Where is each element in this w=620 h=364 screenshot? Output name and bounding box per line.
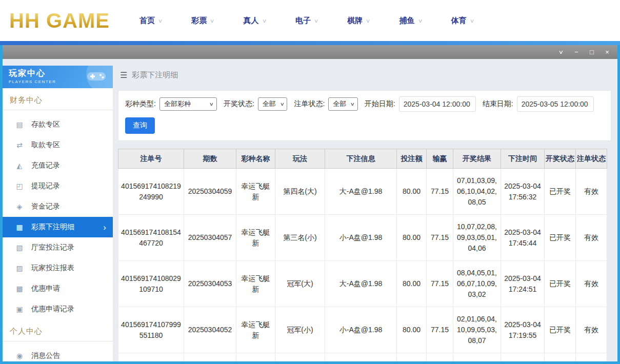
table-cell: 80.00 [397, 261, 427, 307]
start-date-input[interactable] [399, 96, 476, 112]
table-cell: 幸运飞艇新 [236, 353, 275, 362]
column-header[interactable]: 注单状态 [576, 149, 607, 169]
table-cell: 77.15 [427, 307, 453, 353]
funds-record-icon: ◈ [15, 203, 24, 211]
recharge-record-icon: ◭ [15, 161, 24, 170]
table-cell: 幸运飞艇新 [236, 169, 275, 215]
column-header[interactable]: 注单号 [118, 149, 184, 169]
table-cell: 80.00 [397, 169, 427, 215]
table-row[interactable]: 40156917410802910971020250304053幸运飞艇新冠军(… [118, 261, 607, 307]
table-cell: 已开奖 [545, 307, 576, 353]
table-cell: 2025-03-04 17:15:13 [501, 353, 545, 362]
column-header[interactable]: 开奖状态 [545, 149, 576, 169]
column-header[interactable]: 彩种名称 [236, 149, 275, 169]
table-cell: 有效 [576, 307, 607, 353]
top-header: HH GAME 首页∨彩票∨真人∨电子∨棋牌∨捕鱼∨体育∨ [0, 0, 620, 41]
sidebar-item-hall-bet-record[interactable]: ▧厅室投注记录 [3, 237, 113, 258]
sidebar-item-label: 存款专区 [31, 120, 60, 129]
table-cell: 有效 [576, 169, 607, 215]
menu-icon[interactable]: ☰ [120, 70, 127, 80]
column-header[interactable]: 下注信息 [325, 149, 397, 169]
chevron-down-icon: ∨ [209, 102, 214, 107]
column-header[interactable]: 输赢 [427, 149, 453, 169]
table-cell: 冠军(小) [275, 307, 325, 353]
chevron-down-icon: ∨ [417, 18, 423, 24]
table-cell: 已开奖 [545, 215, 576, 261]
lottery-type-value: 全部彩种 [164, 99, 191, 109]
table-cell: 第三名(小) [275, 215, 325, 261]
table-cell: 有效 [576, 215, 607, 261]
table-cell: 20250304059 [184, 169, 236, 215]
logo[interactable]: HH GAME [9, 9, 110, 32]
sidebar-item-lottery-bet-detail[interactable]: ▦彩票下注明细› [3, 217, 113, 237]
chevron-down-icon: ∨ [350, 102, 355, 107]
table-cell: 冠军(大) [275, 261, 325, 307]
column-header[interactable]: 下注时间 [501, 149, 545, 169]
table-cell: 10,07,02,08,09,03,05,01,04,06 [453, 215, 501, 261]
table-cell: 2025-03-04 17:19:55 [501, 307, 545, 353]
nav-item-home[interactable]: 首页∨ [139, 16, 162, 26]
app-window: ∨ − □ × 玩家中心 PLAYERS CENTER 财 [0, 45, 620, 364]
draw-status-select[interactable]: 全部 ∨ [258, 97, 288, 111]
player-bet-report-icon: ▨ [15, 264, 24, 272]
table-cell: 401569174108029109710 [118, 261, 184, 307]
table-cell: 幸运飞艇新 [236, 261, 275, 307]
table-cell: 2025-03-04 17:24:51 [501, 261, 545, 307]
sidebar-item-promo-apply[interactable]: ▩优惠申请 [3, 278, 113, 299]
close-icon[interactable]: × [601, 45, 613, 59]
chevron-down-icon: ∨ [262, 18, 267, 24]
chevron-down-icon: ∨ [314, 18, 319, 24]
table-cell: 小-A盘@1.98 [325, 307, 397, 353]
sidebar-item-announcements[interactable]: ◉消息公告 [3, 346, 113, 361]
sidebar-item-promo-apply-record[interactable]: ▣优惠申请记录 [3, 299, 113, 319]
query-button[interactable]: 查询 [125, 117, 155, 134]
order-status-value: 全部 [333, 99, 346, 109]
nav-item-slots[interactable]: 电子∨ [295, 16, 318, 26]
sidebar-item-withdrawal-record[interactable]: ◰提现记录 [3, 176, 113, 196]
minimize-icon[interactable]: − [570, 45, 583, 59]
sidebar-item-funds-record[interactable]: ◈资金记录 [3, 196, 113, 217]
table-cell: 77.15 [427, 169, 453, 215]
nav-item-live[interactable]: 真人∨ [244, 16, 266, 26]
sidebar-item-recharge-record[interactable]: ◭充值记录 [3, 155, 113, 176]
app-body: 玩家中心 PLAYERS CENTER 财务中心▤存款专区⇄取款专区◭充值记录◰… [3, 59, 617, 361]
window-dropdown-icon[interactable]: ∨ [552, 45, 570, 59]
sidebar-item-deposit[interactable]: ▤存款专区 [3, 114, 113, 135]
table-cell: 幸运飞艇新 [236, 215, 275, 261]
nav-item-sports[interactable]: 体育∨ [451, 16, 474, 26]
bet-table-head: 注单号期数彩种名称玩法下注信息投注额输赢开奖结果下注时间开奖状态注单状态 [118, 149, 607, 169]
lottery-type-select[interactable]: 全部彩种 ∨ [159, 97, 217, 111]
maximize-icon[interactable]: □ [586, 45, 598, 59]
table-row[interactable]: 40156917410821924999020250304059幸运飞艇新第四名… [118, 169, 607, 215]
nav-item-label: 体育 [451, 16, 467, 26]
top-nav: 首页∨彩票∨真人∨电子∨棋牌∨捕鱼∨体育∨ [139, 16, 474, 26]
table-cell: 08,04,05,01,06,07,10,09,03,02 [453, 261, 501, 307]
nav-item-lottery[interactable]: 彩票∨ [191, 16, 214, 26]
sidebar-item-player-bet-report[interactable]: ▨玩家投注报表 [3, 258, 113, 278]
table-row[interactable]: 40156917410815446772020250304057幸运飞艇新第三名… [118, 215, 607, 261]
sidebar-item-withdraw[interactable]: ⇄取款专区 [3, 135, 113, 155]
column-header[interactable]: 开奖结果 [453, 149, 501, 169]
bet-table: 注单号期数彩种名称玩法下注信息投注额输赢开奖结果下注时间开奖状态注单状态 401… [118, 149, 607, 361]
table-cell: 01,10,07,02,03,08,04,05,06,09 [453, 353, 501, 362]
table-cell: 80.00 [397, 307, 427, 353]
column-header[interactable]: 投注额 [397, 149, 427, 169]
nav-item-label: 首页 [139, 16, 155, 26]
nav-item-board-games[interactable]: 棋牌∨ [347, 16, 370, 26]
table-cell: 第四名(大) [275, 169, 325, 215]
column-header[interactable]: 玩法 [275, 149, 325, 169]
table-cell: 已开奖 [545, 353, 576, 362]
header-row: 注单号期数彩种名称玩法下注信息投注额输赢开奖结果下注时间开奖状态注单状态 [118, 149, 607, 169]
table-cell: 07,01,03,09,06,10,04,02,08,05 [453, 169, 501, 215]
nav-item-label: 捕鱼 [399, 16, 415, 26]
end-date-input[interactable] [517, 96, 594, 112]
table-row[interactable]: 40156917410797135478020250304051幸运飞艇新冠军(… [118, 353, 607, 362]
table-row[interactable]: 40156917410799955118020250304052幸运飞艇新冠军(… [118, 307, 607, 353]
table-cell: 401569174108154467720 [118, 215, 184, 261]
table-cell: 2025-03-04 17:45:44 [501, 215, 545, 261]
nav-item-fishing[interactable]: 捕鱼∨ [399, 16, 422, 26]
gamepad-icon [86, 70, 107, 85]
order-status-select[interactable]: 全部 ∨ [328, 97, 358, 111]
chevron-down-icon: ∨ [366, 18, 371, 24]
column-header[interactable]: 期数 [184, 149, 236, 169]
